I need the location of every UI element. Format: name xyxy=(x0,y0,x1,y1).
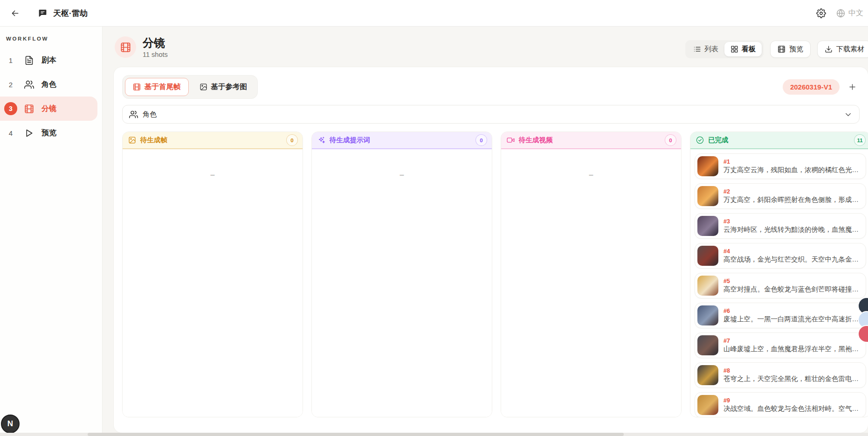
film-icon xyxy=(133,83,141,91)
column-prompts: 待生成提示词0– xyxy=(311,131,492,417)
project-title: 天枢·雷劫 xyxy=(53,8,88,19)
view-board-label: 看板 xyxy=(742,45,756,54)
shot-description: 决战空域。血色蛟龙与金色法相对峙。空气因极度高温而扭曲… xyxy=(723,404,861,413)
tab-label: 基于参考图 xyxy=(211,82,248,92)
preview-button[interactable]: 预览 xyxy=(770,41,811,58)
shot-description: 山峰废墟上空，血煞魔君悬浮在半空，黑袍随狂风猎猎作响。… xyxy=(723,345,861,353)
view-toggle: 列表 看板 xyxy=(685,40,764,58)
project-chat-icon xyxy=(38,8,48,18)
sidebar-item-script[interactable]: 1剧本 xyxy=(0,48,97,72)
completed-shot-card[interactable]: #5高空对撞点。金色蛟龙与蓝色剑芒即将碰撞的瞬间。空气极度… xyxy=(695,273,866,298)
shot-thumbnail xyxy=(697,395,718,415)
shot-number: #1 xyxy=(723,159,861,165)
back-icon xyxy=(10,8,20,18)
scrollbar-thumb[interactable] xyxy=(88,433,624,436)
completed-shot-card[interactable]: #6废墟上空。一黑一白两道流光在空中高速折返碰撞。每一次撞… xyxy=(695,303,866,328)
view-list-label: 列表 xyxy=(704,45,718,54)
sidebar-item-label: 预览 xyxy=(41,128,56,138)
version-badge[interactable]: 20260319-V1 xyxy=(783,79,840,95)
column-body: – xyxy=(312,149,492,417)
generation-mode-tabs: 基于首尾帧 基于参考图 xyxy=(122,75,258,99)
characters-icon xyxy=(24,80,34,90)
sidebar-item-preview[interactable]: 4预览 xyxy=(0,121,97,145)
step-number: 4 xyxy=(4,126,17,139)
shot-text: #6废墟上空。一黑一白两道流光在空中高速折返碰撞。每一次撞… xyxy=(723,308,861,324)
settings-button[interactable] xyxy=(813,6,829,21)
sidebar-item-characters[interactable]: 2角色 xyxy=(0,72,97,97)
chevron-down-icon xyxy=(844,110,853,119)
shot-text: #2万丈高空，斜阳余晖照射在角色侧脸，形成强烈的明暗对比。… xyxy=(723,188,861,204)
shot-text: #3云海对峙区，光线转为黯淡的傍晚，血煞魔君周身笼罩在浓郁… xyxy=(723,218,861,234)
shot-text: #9决战空域。血色蛟龙与金色法相对峙。空气因极度高温而扭曲… xyxy=(723,397,861,413)
completed-shot-card[interactable]: #4高空战场，金光与红芒交织。天空中九条金色蛟龙盘旋，气势… xyxy=(695,243,866,269)
completed-shot-card[interactable]: #1万丈高空云海，残阳如血，浓稠的橘红色光芒穿透层云。空气… xyxy=(695,153,866,179)
shot-description: 云海对峙区，光线转为黯淡的傍晚，血煞魔君周身笼罩在浓郁… xyxy=(723,225,861,234)
image-icon xyxy=(200,83,207,91)
column-done: 已完成11#1万丈高空云海，残阳如血，浓稠的橘红色光芒穿透层云。空气…#2万丈高… xyxy=(690,131,868,417)
completed-shot-card[interactable]: #7山峰废墟上空，血煞魔君悬浮在半空，黑袍随狂风猎猎作响。… xyxy=(695,332,866,358)
download-assets-button[interactable]: 下载素材 xyxy=(817,41,868,58)
shot-description: 万丈高空，斜阳余晖照射在角色侧脸，形成强烈的明暗对比。… xyxy=(723,195,861,204)
tab-label: 基于首尾帧 xyxy=(145,82,181,92)
language-label: 中文 xyxy=(848,8,863,18)
column-count-badge: 0 xyxy=(286,134,298,146)
shot-thumbnail xyxy=(697,305,718,325)
kanban-board: 待生成帧0–待生成提示词0–待生成视频0–已完成11#1万丈高空云海，残阳如血，… xyxy=(122,131,860,417)
column-title: 待生成帧 xyxy=(140,136,167,145)
empty-placeholder: – xyxy=(312,171,492,179)
shot-text: #1万丈高空云海，残阳如血，浓稠的橘红色光芒穿透层云。空气… xyxy=(723,159,861,174)
language-switch[interactable]: 中文 xyxy=(836,8,863,18)
shot-text: #5高空对撞点。金色蛟龙与蓝色剑芒即将碰撞的瞬间。空气极度… xyxy=(723,278,861,294)
column-header: 已完成11 xyxy=(690,132,868,149)
topbar: 天枢·雷劫 中文 xyxy=(0,0,868,27)
app: 天枢·雷劫 中文 WORKFLOW 1剧本2角色3分镜4预览 N xyxy=(0,0,868,436)
add-version-button[interactable] xyxy=(845,80,860,94)
storyboard-page-icon xyxy=(115,36,136,58)
main-content: 分镜 11 shots 列表 看板 xyxy=(103,27,868,436)
shot-description: 高空战场，金光与红芒交织。天空中九条金色蛟龙盘旋，气势… xyxy=(723,255,861,264)
topbar-actions: 中文 xyxy=(813,6,863,21)
horizontal-scrollbar[interactable] xyxy=(0,433,868,436)
column-body: – xyxy=(501,149,681,417)
view-board-button[interactable]: 看板 xyxy=(724,42,762,56)
step-number: 2 xyxy=(4,78,17,91)
floating-logo-button[interactable]: N xyxy=(1,415,20,433)
column-header: 待生成帧0 xyxy=(123,132,303,149)
preview-icon xyxy=(24,128,34,138)
shot-number: #8 xyxy=(723,367,861,374)
storyboard-panel: 基于首尾帧 基于参考图 20260319-V1 xyxy=(113,67,868,433)
sidebar-nav: 1剧本2角色3分镜4预览 xyxy=(0,48,102,145)
shot-text: #8苍穹之上，天空完全黑化，粗壮的金色雷电如巨蟒般在铅云中… xyxy=(723,367,861,383)
shot-number: #9 xyxy=(723,397,861,404)
version-area: 20260319-V1 xyxy=(783,79,860,95)
empty-placeholder: – xyxy=(501,171,681,179)
tab-first-last-frame[interactable]: 基于首尾帧 xyxy=(125,78,189,96)
view-list-button[interactable]: 列表 xyxy=(687,42,724,56)
sparkles-icon xyxy=(317,136,325,144)
completed-shot-card[interactable]: #9决战空域。血色蛟龙与金色法相对峙。空气因极度高温而扭曲… xyxy=(695,392,866,417)
sidebar-item-storyboard[interactable]: 3分镜 xyxy=(0,97,97,121)
character-selector[interactable]: 角色 xyxy=(122,105,860,124)
shot-number: #7 xyxy=(723,338,861,344)
page-header: 分镜 11 shots 列表 看板 xyxy=(103,27,868,58)
sidebar-item-label: 分镜 xyxy=(41,104,56,114)
sidebar-item-label: 角色 xyxy=(41,80,56,90)
completed-shot-card[interactable]: #3云海对峙区，光线转为黯淡的傍晚，血煞魔君周身笼罩在浓郁… xyxy=(695,213,866,239)
shot-thumbnail xyxy=(697,335,718,355)
shot-text: #4高空战场，金光与红芒交织。天空中九条金色蛟龙盘旋，气势… xyxy=(723,248,861,264)
download-button-label: 下载素材 xyxy=(836,45,864,54)
empty-placeholder: – xyxy=(123,171,303,179)
check-circle-icon xyxy=(696,136,704,144)
step-number: 3 xyxy=(4,102,17,115)
shot-number: #4 xyxy=(723,248,861,255)
floating-avatar[interactable] xyxy=(858,325,868,343)
completed-shot-card[interactable]: #2万丈高空，斜阳余晖照射在角色侧脸，形成强烈的明暗对比。… xyxy=(695,183,866,209)
column-body: #1万丈高空云海，残阳如血，浓稠的橘红色光芒穿透层云。空气…#2万丈高空，斜阳余… xyxy=(690,149,868,417)
column-count-badge: 11 xyxy=(854,134,866,146)
completed-shot-list: #1万丈高空云海，残阳如血，浓稠的橘红色光芒穿透层云。空气…#2万丈高空，斜阳余… xyxy=(690,149,868,417)
completed-shot-card[interactable]: #8苍穹之上，天空完全黑化，粗壮的金色雷电如巨蟒般在铅云中… xyxy=(695,362,866,388)
tab-reference-image[interactable]: 基于参考图 xyxy=(192,78,255,96)
column-count-badge: 0 xyxy=(475,134,487,146)
shot-thumbnail xyxy=(697,365,718,385)
back-button[interactable] xyxy=(7,6,23,21)
